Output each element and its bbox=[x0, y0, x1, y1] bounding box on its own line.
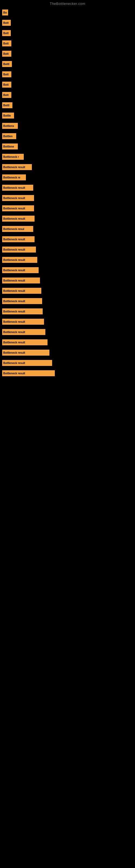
bar-row: Bottleneck result bbox=[2, 266, 133, 274]
bar: Bottleneck result bbox=[2, 216, 35, 222]
bar-row: Bottleneck result bbox=[2, 246, 133, 254]
bar-text: Bottleneck result bbox=[3, 248, 25, 251]
bar-text: Bottleneck resul bbox=[3, 227, 24, 230]
bar-row-wrapper: Bottleneck result bbox=[0, 254, 135, 265]
bar-row: Bottle bbox=[2, 112, 133, 120]
bar-text: Bottleneck re bbox=[3, 176, 20, 179]
bar-text: Bott bbox=[3, 73, 9, 76]
bar: Bottleneck result bbox=[2, 350, 49, 355]
bar-row: Bottleneck result bbox=[2, 204, 133, 212]
bar-row: Bottl bbox=[2, 60, 133, 68]
bar: Bottleneck re bbox=[2, 175, 26, 180]
bar-text: Bottleneck result bbox=[3, 217, 25, 220]
bar-row: Bottleneck result bbox=[2, 194, 133, 202]
bar: Bottleneck result bbox=[2, 339, 48, 345]
bar-row: Bottl bbox=[2, 101, 133, 109]
bar-row: Bottleneck resul bbox=[2, 225, 133, 233]
bar-text: Bottlens bbox=[3, 124, 14, 127]
bar-text: Bott bbox=[3, 52, 9, 55]
bar-text: Bott bbox=[3, 22, 9, 24]
bar-row: Bottleneck result bbox=[2, 215, 133, 223]
bar-row: Bottlene bbox=[2, 143, 133, 151]
bar: Bott bbox=[2, 82, 11, 88]
bar: Bottleneck result bbox=[2, 298, 42, 304]
bar: Bott bbox=[2, 40, 11, 46]
bars-container: BoBottBottBottBottBottlBottBottBottBottl… bbox=[0, 7, 135, 378]
bar-text: Bottleneck result bbox=[3, 238, 25, 241]
bar: Bottleneck result bbox=[2, 319, 44, 325]
bar-row-wrapper: Bottleneck r bbox=[0, 151, 135, 161]
bar-row-wrapper: Bottleneck result bbox=[0, 192, 135, 203]
bar: Bottleneck result bbox=[2, 205, 34, 211]
bar-text: Bottl bbox=[3, 104, 9, 107]
bar-row-wrapper: Bottleneck result bbox=[0, 306, 135, 316]
bar-row: Bo bbox=[2, 8, 133, 17]
bar: Bottl bbox=[2, 102, 12, 108]
bar-text: Bottleneck result bbox=[3, 166, 25, 169]
bar-row: Bott bbox=[2, 81, 133, 89]
bar-text: Bottleneck result bbox=[3, 372, 25, 375]
bar-row: Bott bbox=[2, 70, 133, 79]
bar-row: Bottlen bbox=[2, 132, 133, 140]
bar-row-wrapper: Bott bbox=[0, 79, 135, 89]
bar-text: Bottl bbox=[3, 63, 9, 66]
bar-text: Bottlen bbox=[3, 135, 12, 138]
bar-text: Bott bbox=[3, 42, 9, 45]
bar-row: Bottleneck result bbox=[2, 318, 133, 326]
bar: Bo bbox=[2, 9, 8, 16]
bar-row-wrapper: Bottleneck result bbox=[0, 265, 135, 275]
bar-row: Bott bbox=[2, 29, 133, 37]
bar-row-wrapper: Bottleneck result bbox=[0, 285, 135, 296]
bar-row: Bottleneck result bbox=[2, 359, 133, 367]
bar-text: Bottleneck result bbox=[3, 289, 25, 292]
bar-row-wrapper: Bottleneck result bbox=[0, 316, 135, 326]
bar: Bottleneck result bbox=[2, 257, 37, 263]
bar-row: Bottleneck re bbox=[2, 173, 133, 182]
bar-text: Bottleneck result bbox=[3, 341, 25, 344]
bar: Bottle bbox=[2, 113, 14, 119]
bar-text: Bottlene bbox=[3, 145, 14, 148]
bar: Bottleneck result bbox=[2, 236, 35, 242]
bar-text: Bottleneck result bbox=[3, 310, 25, 313]
bar-row-wrapper: Bottleneck result bbox=[0, 234, 135, 244]
bar-row-wrapper: Bottleneck result bbox=[0, 368, 135, 378]
bar-text: Bottleneck result bbox=[3, 258, 25, 261]
bar-text: Bottleneck result bbox=[3, 320, 25, 323]
bar-row: Bottleneck result bbox=[2, 256, 133, 264]
bar-row-wrapper: Bottlens bbox=[0, 120, 135, 130]
bar-text: Bott bbox=[3, 83, 9, 86]
bar-row: Bottleneck result bbox=[2, 276, 133, 284]
bar-row: Bottleneck result bbox=[2, 369, 133, 377]
bar: Bottlens bbox=[2, 123, 18, 129]
bar: Bottleneck result bbox=[2, 247, 36, 252]
bar-row: Bottleneck result bbox=[2, 348, 133, 357]
bar-text: Bottleneck result bbox=[3, 207, 25, 210]
bar-row-wrapper: Bottleneck result bbox=[0, 357, 135, 368]
bar-row-wrapper: Bottleneck result bbox=[0, 203, 135, 213]
bar-row: Bottleneck result bbox=[2, 297, 133, 305]
bar-row-wrapper: Bottlene bbox=[0, 141, 135, 151]
bar-text: Bott bbox=[3, 94, 9, 97]
bar-row-wrapper: Bott bbox=[0, 38, 135, 48]
bar-row: Bott bbox=[2, 39, 133, 48]
bar-text: Bottleneck result bbox=[3, 300, 25, 303]
bar-text: Bottleneck result bbox=[3, 362, 25, 365]
bar: Bott bbox=[2, 92, 11, 98]
bar-text: Bottleneck result bbox=[3, 331, 25, 334]
bar-row: Bottleneck result bbox=[2, 338, 133, 346]
bar-text: Bottleneck r bbox=[3, 155, 19, 158]
bar: Bottleneck result bbox=[2, 278, 40, 283]
bar: Bottleneck result bbox=[2, 195, 34, 201]
bar-text: Bottle bbox=[3, 114, 11, 117]
bar: Bottlene bbox=[2, 144, 18, 150]
bar-row: Bottleneck result bbox=[2, 163, 133, 171]
bar-row-wrapper: Bott bbox=[0, 48, 135, 58]
bar: Bottl bbox=[2, 61, 12, 67]
bar-row-wrapper: Bottleneck result bbox=[0, 161, 135, 172]
bar-row-wrapper: Bottleneck result bbox=[0, 213, 135, 223]
bar-row: Bottleneck result bbox=[2, 328, 133, 336]
bar: Bott bbox=[2, 30, 11, 36]
bar-row-wrapper: Bottleneck re bbox=[0, 172, 135, 182]
bar-row-wrapper: Bottleneck result bbox=[0, 275, 135, 285]
bar-row-wrapper: Bottleneck result bbox=[0, 347, 135, 357]
